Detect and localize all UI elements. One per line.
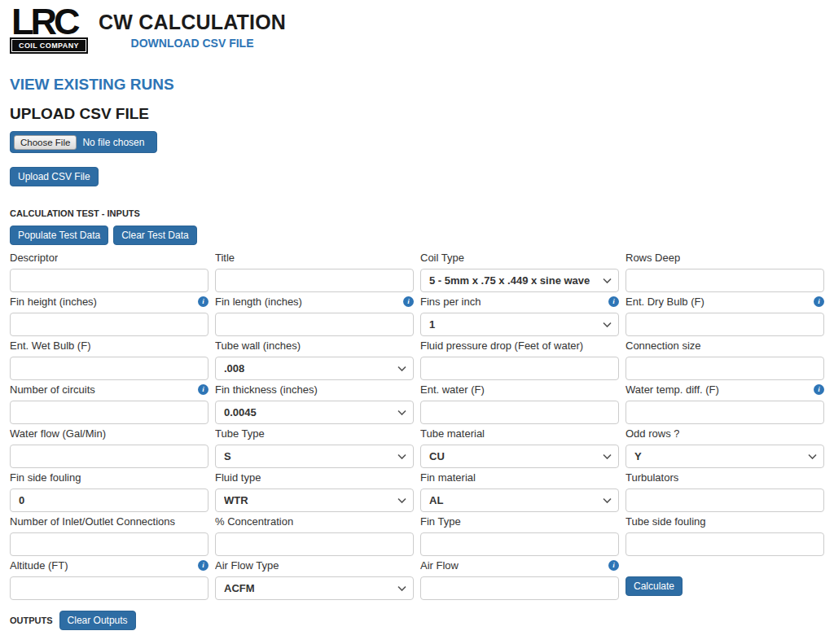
field-label-row: Fin thickness (inches) bbox=[215, 383, 414, 396]
clear-outputs-button[interactable]: Clear Outputs bbox=[59, 611, 136, 630]
info-icon[interactable]: i bbox=[814, 384, 824, 395]
field-input-number-of-circuits[interactable] bbox=[10, 401, 208, 424]
download-csv-link[interactable]: DOWNLOAD CSV FILE bbox=[99, 37, 286, 50]
field-label: Tube wall (inches) bbox=[215, 340, 301, 352]
field-select-air-flow-type[interactable]: ACFM bbox=[215, 576, 414, 600]
info-icon[interactable]: i bbox=[608, 296, 619, 307]
select-wrap: 5 - 5mm x .75 x .449 x sine wave bbox=[420, 269, 619, 292]
field-input-connection-size[interactable] bbox=[626, 357, 824, 380]
field-coil-type: Coil Type5 - 5mm x .75 x .449 x sine wav… bbox=[420, 251, 619, 292]
field-input-rows-deep[interactable] bbox=[626, 269, 824, 292]
field-label: Ent. water (F) bbox=[420, 383, 485, 396]
field-label-row: Fin side fouling bbox=[10, 471, 208, 484]
field-label-row: Tube Type bbox=[215, 427, 414, 440]
upload-csv-button[interactable]: Upload CSV File bbox=[10, 167, 99, 186]
field-input-fin-side-fouling[interactable] bbox=[10, 488, 208, 512]
field-label-row: Number of Inlet/Outlet Connections bbox=[10, 515, 208, 528]
field-input-fin-type[interactable] bbox=[420, 532, 619, 556]
field-input-water-flow-gal-min[interactable] bbox=[10, 445, 208, 468]
field-label-row: Turbulators bbox=[626, 471, 824, 484]
field-label: Fin thickness (inches) bbox=[215, 383, 318, 396]
field-label: Ent. Wet Bulb (F) bbox=[10, 340, 90, 352]
field-select-odd-rows[interactable]: Y bbox=[626, 445, 824, 468]
field-input-tube-side-fouling[interactable] bbox=[626, 532, 824, 556]
info-icon[interactable]: i bbox=[403, 296, 414, 307]
field-label: % Concentration bbox=[215, 515, 293, 528]
field-label: Ent. Dry Bulb (F) bbox=[626, 296, 705, 308]
field-input-number-of-inlet-outlet-connections[interactable] bbox=[10, 532, 208, 556]
field-label: Fin height (inches) bbox=[10, 296, 97, 308]
field-input-ent-wet-bulb-f[interactable] bbox=[10, 357, 208, 380]
field-label-row: Ent. Dry Bulb (F)i bbox=[626, 295, 824, 308]
field-descriptor: Descriptor bbox=[10, 251, 208, 292]
field-label: Air Flow Type bbox=[215, 559, 279, 572]
select-wrap: 0.0045 bbox=[215, 401, 414, 424]
field-label: Fins per inch bbox=[420, 296, 481, 308]
field-input-title[interactable] bbox=[215, 269, 414, 292]
field-fin-length-inches: Fin length (inches)i bbox=[215, 295, 414, 336]
calculate-button[interactable]: Calculate bbox=[626, 576, 683, 596]
field-select-tube-material[interactable]: CU bbox=[420, 445, 619, 468]
info-icon[interactable]: i bbox=[198, 560, 208, 571]
field-ent-water-f: Ent. water (F) bbox=[420, 383, 619, 424]
field-input-ent-water-f[interactable] bbox=[420, 401, 619, 424]
field-input-descriptor[interactable] bbox=[10, 269, 208, 292]
field-label-row: Air Flowi bbox=[420, 559, 619, 572]
info-icon[interactable]: i bbox=[814, 296, 824, 307]
field-label-row: Tube material bbox=[420, 427, 619, 440]
field-input-concentration[interactable] bbox=[215, 532, 414, 556]
field-label-row: Fins per inchi bbox=[420, 295, 619, 308]
field-label-row: % Concentration bbox=[215, 515, 414, 528]
field-fins-per-inch: Fins per inchi1 bbox=[420, 295, 619, 336]
field-input-turbulators[interactable] bbox=[626, 488, 824, 512]
field-input-air-flow[interactable] bbox=[420, 576, 619, 600]
field-input-ent-dry-bulb-f[interactable] bbox=[626, 313, 824, 336]
info-icon[interactable]: i bbox=[198, 384, 208, 395]
field-select-fluid-type[interactable]: WTR bbox=[215, 488, 414, 512]
field-input-fluid-pressure-drop-feet-of-water[interactable] bbox=[420, 357, 619, 380]
field-label-row: Connection size bbox=[626, 339, 824, 352]
outputs-header: OUTPUTS Clear Outputs bbox=[10, 611, 824, 630]
field-label: Number of circuits bbox=[10, 383, 95, 396]
field-select-tube-type[interactable]: S bbox=[215, 445, 414, 468]
field-fin-material: Fin materialAL bbox=[420, 471, 619, 512]
spacer bbox=[626, 559, 824, 572]
field-label: Tube material bbox=[420, 427, 485, 440]
field-air-flow-type: Air Flow TypeACFM bbox=[215, 559, 414, 600]
field-select-fin-thickness-inches[interactable]: 0.0045 bbox=[215, 401, 414, 424]
inputs-section-heading: CALCULATION TEST - INPUTS bbox=[10, 208, 824, 218]
populate-test-data-button[interactable]: Populate Test Data bbox=[10, 226, 108, 245]
field-rows-deep: Rows Deep bbox=[626, 251, 824, 292]
choose-file-button[interactable]: Choose File bbox=[14, 135, 77, 150]
view-existing-runs-link[interactable]: VIEW EXISTING RUNS bbox=[10, 76, 824, 94]
field-select-coil-type[interactable]: 5 - 5mm x .75 x .449 x sine wave bbox=[420, 269, 619, 292]
select-wrap: AL bbox=[420, 488, 619, 512]
field-select-fins-per-inch[interactable]: 1 bbox=[420, 313, 619, 336]
field-fin-thickness-inches: Fin thickness (inches)0.0045 bbox=[215, 383, 414, 424]
field-label: Fluid pressure drop (Feet of water) bbox=[420, 340, 583, 352]
info-icon[interactable]: i bbox=[198, 296, 208, 307]
field-connection-size: Connection size bbox=[626, 339, 824, 380]
clear-test-data-button[interactable]: Clear Test Data bbox=[113, 226, 196, 245]
field-air-flow: Air Flowi bbox=[420, 559, 619, 600]
outputs-section-heading: OUTPUTS bbox=[10, 616, 53, 625]
field-label-row: Number of circuitsi bbox=[10, 383, 208, 396]
field-label: Descriptor bbox=[10, 252, 58, 264]
info-icon[interactable]: i bbox=[608, 560, 619, 571]
field-label: Connection size bbox=[626, 340, 701, 352]
field-input-fin-height-inches[interactable] bbox=[10, 313, 208, 336]
file-input[interactable]: Choose File No file chosen bbox=[10, 131, 157, 153]
field-input-altitude-ft[interactable] bbox=[10, 576, 208, 600]
field-fin-height-inches: Fin height (inches)i bbox=[10, 295, 208, 336]
field-select-tube-wall-inches[interactable]: .008 bbox=[215, 357, 414, 380]
header: LRC COIL COMPANY CW CALCULATION DOWNLOAD… bbox=[10, 7, 824, 52]
field-input-water-temp-diff-f[interactable] bbox=[626, 401, 824, 424]
field-input-fin-length-inches[interactable] bbox=[215, 313, 414, 336]
field-label: Coil Type bbox=[420, 252, 464, 264]
field-label: Water flow (Gal/Min) bbox=[10, 427, 106, 440]
field-label-row: Fluid type bbox=[215, 471, 414, 484]
field-select-fin-material[interactable]: AL bbox=[420, 488, 619, 512]
field-ent-wet-bulb-f: Ent. Wet Bulb (F) bbox=[10, 339, 208, 380]
upload-csv-heading: UPLOAD CSV FILE bbox=[10, 105, 824, 123]
field-label-row: Ent. water (F) bbox=[420, 383, 619, 396]
